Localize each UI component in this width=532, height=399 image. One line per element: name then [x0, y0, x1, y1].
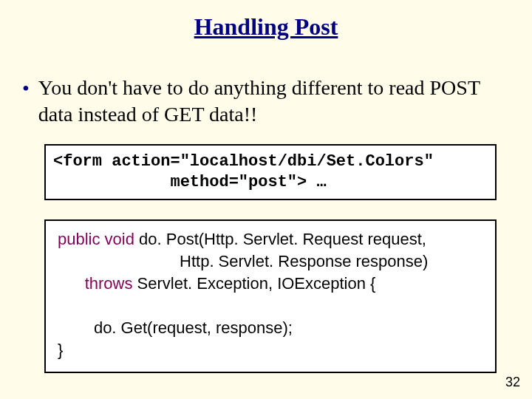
bullet-item: • You don't have to do anything differen…: [22, 75, 502, 128]
kw-public: public: [58, 230, 100, 248]
slide: Handling Post • You don't have to do any…: [0, 0, 532, 399]
bullet-marker: •: [22, 76, 30, 101]
java-sig-param2: Http. Servlet. Response response): [58, 252, 428, 270]
bullet-text: You don't have to do anything different …: [38, 75, 502, 128]
kw-void: void: [105, 230, 134, 248]
page-number: 32: [505, 375, 520, 390]
java-code-box: public void do. Post(Http. Servlet. Requ…: [44, 219, 497, 373]
code-line-2: method="post"> …: [53, 173, 327, 191]
java-close: }: [58, 341, 63, 359]
java-sig-head: do. Post(Http. Servlet. Request request,: [134, 230, 426, 248]
slide-title: Handling Post: [0, 0, 532, 45]
code-line-1: <form action="localhost/dbi/Set.Colors": [53, 152, 434, 171]
java-throws-rest: Servlet. Exception, IOException {: [132, 274, 375, 293]
html-code-box: <form action="localhost/dbi/Set.Colors" …: [44, 144, 497, 200]
java-body: do. Get(request, response);: [58, 318, 293, 337]
kw-throws: throws: [85, 274, 133, 293]
